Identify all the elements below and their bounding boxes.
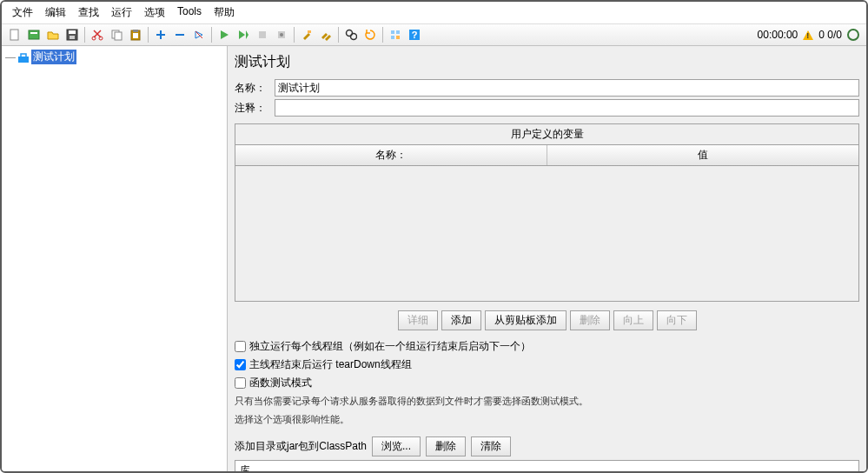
panel-title: 测试计划 [235, 51, 859, 77]
svg-rect-12 [133, 33, 138, 38]
status-indicator-icon [847, 29, 859, 41]
editor-panel: 测试计划 名称： 注释： 用户定义的变量 名称： 值 详细 添加 从剪贴板 [228, 46, 866, 471]
add-button[interactable]: 添加 [441, 310, 481, 330]
vars-title: 用户定义的变量 [235, 124, 858, 145]
save-icon[interactable] [63, 26, 81, 43]
clear-icon[interactable] [298, 26, 315, 43]
classpath-label: 添加目录或jar包到ClassPath [235, 439, 367, 454]
menu-edit[interactable]: 编辑 [39, 3, 72, 22]
comment-label: 注释： [235, 101, 275, 116]
function-helper-icon[interactable] [387, 26, 404, 43]
svg-rect-1 [29, 30, 39, 39]
serialize-checkbox[interactable] [235, 341, 246, 352]
start-icon[interactable] [215, 26, 233, 43]
svg-rect-11 [133, 30, 138, 32]
status-bar: 00:00:00 0 0/0 [758, 29, 863, 41]
thread-counts: 0 0/0 [818, 29, 842, 41]
svg-rect-21 [391, 36, 394, 39]
svg-rect-13 [259, 31, 266, 38]
svg-rect-16 [308, 30, 311, 33]
svg-rect-19 [391, 30, 394, 34]
paste-icon[interactable] [127, 26, 144, 43]
menu-file[interactable]: 文件 [6, 3, 39, 22]
open-icon[interactable] [44, 26, 62, 43]
elapsed-time: 00:00:00 [758, 29, 798, 41]
name-label: 名称： [235, 81, 275, 96]
vars-table-body[interactable] [235, 166, 858, 301]
functional-checkbox[interactable] [235, 377, 246, 389]
library-list[interactable]: 库 [235, 460, 859, 471]
menu-run[interactable]: 运行 [105, 3, 138, 22]
expand-icon[interactable] [152, 26, 169, 43]
cut-icon[interactable] [89, 26, 106, 43]
toolbar: ? 00:00:00 0 0/0 [2, 24, 866, 46]
teardown-label: 主线程结束后运行 tearDown线程组 [249, 357, 412, 372]
library-label: 库 [240, 464, 250, 471]
shutdown-icon[interactable] [273, 26, 290, 43]
up-button[interactable]: 向上 [613, 310, 653, 330]
col-value[interactable]: 值 [547, 145, 858, 165]
warning-icon[interactable] [803, 30, 813, 40]
search-icon[interactable] [342, 26, 360, 43]
hint1: 只有当你需要记录每个请求从服务器取得的数据到文件时才需要选择函数测试模式。 [235, 394, 859, 409]
new-icon[interactable] [6, 26, 23, 43]
svg-rect-9 [115, 32, 122, 40]
templates-icon[interactable] [25, 26, 43, 43]
delete-cp-button[interactable]: 删除 [426, 436, 466, 456]
start-no-pause-icon[interactable] [235, 26, 252, 43]
menu-options[interactable]: 选项 [138, 3, 171, 22]
user-vars-box: 用户定义的变量 名称： 值 [235, 123, 859, 302]
menu-tools[interactable]: Tools [171, 3, 208, 22]
menu-help[interactable]: 帮助 [208, 3, 241, 22]
add-from-clipboard-button[interactable]: 从剪贴板添加 [485, 310, 567, 330]
svg-rect-0 [10, 30, 18, 40]
col-name[interactable]: 名称： [235, 145, 547, 165]
clear-all-icon[interactable] [317, 26, 335, 43]
testplan-icon [17, 51, 30, 63]
app-window: 文件 编辑 查找 运行 选项 Tools 帮助 ? [0, 0, 868, 473]
collapse-icon[interactable] [171, 26, 189, 43]
clear-cp-button[interactable]: 清除 [471, 436, 511, 456]
svg-rect-25 [18, 57, 29, 63]
serialize-label: 独立运行每个线程组（例如在一个组运行结束后启动下一个） [249, 339, 531, 354]
help-icon[interactable]: ? [406, 26, 423, 43]
detail-button[interactable]: 详细 [398, 310, 438, 330]
svg-point-18 [351, 34, 357, 40]
vars-buttons: 详细 添加 从剪贴板添加 删除 向上 向下 [235, 305, 859, 336]
main-split: — 测试计划 测试计划 名称： 注释： 用户定义的变量 名称： 值 [2, 46, 866, 471]
svg-point-15 [280, 33, 283, 37]
svg-rect-20 [396, 30, 400, 34]
menubar: 文件 编辑 查找 运行 选项 Tools 帮助 [2, 2, 866, 24]
delete-button[interactable]: 删除 [570, 310, 610, 330]
svg-rect-5 [70, 36, 75, 39]
reset-search-icon[interactable] [361, 26, 379, 43]
hint2: 选择这个选项很影响性能。 [235, 412, 859, 427]
svg-rect-2 [30, 32, 37, 34]
name-input[interactable] [275, 79, 859, 97]
teardown-checkbox[interactable] [235, 359, 246, 370]
copy-icon[interactable] [108, 26, 125, 43]
tree-root-item[interactable]: — 测试计划 [5, 50, 223, 64]
down-button[interactable]: 向下 [657, 310, 697, 330]
tree-panel[interactable]: — 测试计划 [2, 46, 228, 471]
stop-icon[interactable] [254, 26, 271, 43]
functional-label: 函数测试模式 [249, 376, 312, 390]
svg-rect-4 [69, 30, 76, 34]
svg-rect-22 [396, 36, 400, 39]
menu-search[interactable]: 查找 [72, 3, 105, 22]
vars-header: 名称： 值 [235, 145, 858, 166]
collapse-handle-icon[interactable]: — [5, 51, 16, 63]
comment-input[interactable] [275, 99, 859, 117]
tree-root-label[interactable]: 测试计划 [31, 50, 76, 64]
svg-text:?: ? [412, 30, 418, 40]
toggle-icon[interactable] [190, 26, 208, 43]
browse-button[interactable]: 浏览... [372, 436, 421, 456]
